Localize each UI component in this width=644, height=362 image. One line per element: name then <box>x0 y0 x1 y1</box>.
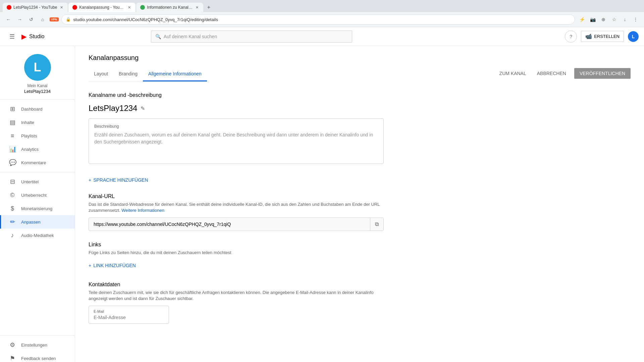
tab-favicon-3 <box>140 5 145 10</box>
sidebar-label-feedback: Feedback senden <box>21 356 56 361</box>
app-container: L Mein Kanal LetsPlay1234 ⊞ Dashboard ▤ … <box>0 46 644 362</box>
add-language-label: SPRACHE HINZUFÜGEN <box>93 177 148 183</box>
address-text: studio.youtube.com/channel/UCocN6zQPHQZ_… <box>73 17 218 22</box>
add-link-button[interactable]: + LINK HINZUFÜGEN <box>89 260 384 271</box>
veroeffentlichen-button[interactable]: VERÖFFENTLICHEN <box>574 68 631 79</box>
browser-toolbar: ← → ↺ ⌂ VPN 🔒 studio.youtube.com/channel… <box>0 12 644 27</box>
analytics-icon: 📊 <box>9 145 16 153</box>
tabs-row: Layout Branding Allgemeine Informationen <box>89 67 207 81</box>
youtube-logo-icon: ▶ <box>21 33 26 41</box>
sidebar-item-urheberrecht[interactable]: © Urheberrecht <box>0 188 75 202</box>
bookmark-btn[interactable]: ☆ <box>610 15 619 24</box>
search-icon: 🔍 <box>155 34 161 39</box>
tab-close-1[interactable]: ✕ <box>59 5 64 10</box>
feedback-icon: ⚑ <box>9 355 16 362</box>
sidebar-item-inhalte[interactable]: ▤ Inhalte <box>0 116 75 129</box>
sidebar-item-anpassen[interactable]: ✏ Anpassen <box>0 215 75 229</box>
tab-favicon-2 <box>72 5 77 10</box>
kanal-url-section: Kanal-URL Das ist die Standard-Webadress… <box>89 193 384 231</box>
sidebar-label-playlists: Playlists <box>21 133 37 138</box>
home-button[interactable]: ⌂ <box>38 15 47 24</box>
help-button[interactable]: ? <box>565 31 577 43</box>
page-title: Kanalanpassung <box>89 54 631 62</box>
extensions-btn[interactable]: ⚡ <box>578 15 586 24</box>
kanal-url-link[interactable]: Weitere Informationen <box>121 208 164 213</box>
sidebar-item-monetarisierung[interactable]: $ Monetarisierung <box>0 202 75 215</box>
sidebar-item-untertitel[interactable]: ⊟ Untertitel <box>0 175 75 188</box>
sidebar-item-feedback[interactable]: ⚑ Feedback senden <box>0 352 75 362</box>
page-header: Kanalanpassung Layout Branding Allgemein… <box>75 46 644 81</box>
einstellungen-icon: ⚙ <box>9 341 16 349</box>
sidebar-bottom: ⚙ Einstellungen ⚑ Feedback senden ··· ..… <box>0 335 75 362</box>
sidebar-label-urheberrecht: Urheberrecht <box>21 193 47 198</box>
url-input-row: ⧉ <box>89 218 384 231</box>
tab-close-3[interactable]: ✕ <box>195 5 199 10</box>
sidebar-item-playlists[interactable]: ≡ Playlists <box>0 129 75 142</box>
create-button[interactable]: 📹 ERSTELLEN <box>581 31 624 42</box>
untertitel-icon: ⊟ <box>9 178 16 185</box>
address-bar[interactable]: 🔒 studio.youtube.com/channel/UCocN6zQPHQ… <box>61 14 575 24</box>
reload-button[interactable]: ↺ <box>27 15 36 24</box>
hamburger-button[interactable]: ☰ <box>5 30 19 43</box>
email-input[interactable] <box>94 315 164 320</box>
camera-btn[interactable]: 📷 <box>588 15 597 24</box>
create-label: ERSTELLEN <box>594 34 620 39</box>
browser-tab-3[interactable]: Informationen zu Kanal-UR... ✕ <box>136 3 203 12</box>
add-language-button[interactable]: + SPRACHE HINZUFÜGEN <box>89 175 384 185</box>
sidebar-item-einstellungen[interactable]: ⚙ Einstellungen <box>0 338 75 352</box>
tab-allgemeine-informationen[interactable]: Allgemeine Informationen <box>143 67 207 81</box>
zum-kanal-button[interactable]: ZUM KANAL <box>497 69 529 78</box>
kontaktdaten-description: Teile deinen Zuschauern mit, wie sie dic… <box>89 290 384 302</box>
camera-icon: 📹 <box>585 33 592 40</box>
tab-layout[interactable]: Layout <box>89 67 113 81</box>
lock-icon: 🔒 <box>66 17 71 22</box>
channel-label: Mein Kanal <box>27 83 47 88</box>
kommentare-icon: 💬 <box>9 159 16 166</box>
abbrechen-button[interactable]: ABBRECHEN <box>534 69 569 78</box>
tab-branding[interactable]: Branding <box>113 67 143 81</box>
sidebar-label-analytics: Analytics <box>21 147 39 152</box>
new-tab-button[interactable]: + <box>204 3 213 12</box>
sidebar-item-audio-mediathek[interactable]: ♪ Audio-Mediathek <box>0 229 75 242</box>
cast-btn[interactable]: ⊕ <box>599 15 608 24</box>
copy-url-button[interactable]: ⧉ <box>370 218 383 231</box>
sidebar-channel-name: LetsPlay1234 <box>24 89 51 94</box>
email-input-wrapper[interactable]: E-Mail <box>89 306 169 324</box>
kontaktdaten-title: Kontaktdaten <box>89 282 384 288</box>
channel-avatar[interactable]: L <box>24 54 51 81</box>
sidebar-label-untertitel: Untertitel <box>21 179 39 184</box>
sidebar-label-anpassen: Anpassen <box>21 220 41 225</box>
add-link-label: LINK HINZUFÜGEN <box>93 263 136 268</box>
monetarisierung-icon: $ <box>9 205 16 212</box>
edit-channel-name-button[interactable]: ✎ <box>141 105 145 112</box>
channel-name-row: LetsPlay1234 ✎ <box>89 104 384 113</box>
search-bar[interactable]: 🔍 Auf deinem Kanal suchen <box>151 31 352 43</box>
add-link-icon: + <box>89 263 91 268</box>
add-language-icon: + <box>89 177 91 183</box>
user-avatar[interactable]: L <box>628 31 639 42</box>
sidebar-item-analytics[interactable]: 📊 Analytics <box>0 142 75 156</box>
channel-name-section: Kanalname und -beschreibung LetsPlay1234… <box>89 92 384 164</box>
sidebar-item-kommentare[interactable]: 💬 Kommentare <box>0 156 75 169</box>
browser-actions: ⚡ 📷 ⊕ ☆ ↓ ⋮ <box>578 15 640 24</box>
sidebar-label-kommentare: Kommentare <box>21 160 46 165</box>
tabs-and-actions: Layout Branding Allgemeine Informationen… <box>89 67 631 81</box>
links-description: Füge Links zu Seiten hinzu, die du mit d… <box>89 250 384 256</box>
tab-title-1: LetsPlay1234 - YouTube <box>13 5 57 10</box>
download-btn[interactable]: ↓ <box>621 15 629 24</box>
sidebar-label-inhalte: Inhalte <box>21 120 34 125</box>
sidebar-channel-info: L Mein Kanal LetsPlay1234 <box>0 46 75 100</box>
studio-text: Studio <box>29 34 44 40</box>
url-input[interactable] <box>89 218 370 230</box>
tab-close-2[interactable]: ✕ <box>127 5 131 10</box>
sidebar-item-dashboard[interactable]: ⊞ Dashboard <box>0 102 75 116</box>
links-title: Links <box>89 242 384 248</box>
audio-mediathek-icon: ♪ <box>9 232 16 239</box>
browser-tab-1[interactable]: LetsPlay1234 - YouTube ✕ <box>3 3 68 12</box>
back-button[interactable]: ← <box>4 15 13 24</box>
forward-button[interactable]: → <box>15 15 24 24</box>
menu-btn[interactable]: ⋮ <box>631 15 640 24</box>
description-box[interactable]: Beschreibung Erzähl deinen Zuschauern, w… <box>89 118 384 164</box>
browser-tab-2[interactable]: Kanalanpassung - YouTub... ✕ <box>68 3 136 12</box>
dashboard-icon: ⊞ <box>9 105 16 113</box>
